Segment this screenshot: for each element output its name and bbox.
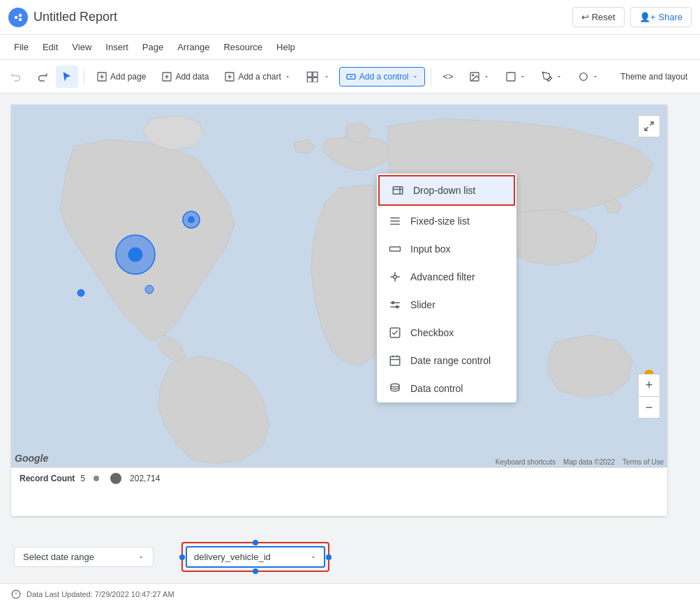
svg-rect-15	[313, 77, 318, 82]
svg-rect-28	[393, 187, 403, 195]
terms-of-use: Terms of Use	[623, 458, 664, 466]
add-control-button[interactable]: Add a control	[339, 67, 425, 86]
svg-point-36	[394, 275, 397, 279]
svg-point-0	[15, 15, 18, 19]
menu-item-checkbox[interactable]: Checkbox	[377, 319, 516, 347]
add-control-dropdown-menu: Drop-down list Fixed-size list Input box…	[377, 174, 516, 402]
zoom-in-button[interactable]: +	[638, 374, 660, 396]
menu-item-dropdown-list[interactable]: Drop-down list	[378, 175, 515, 206]
shape-button[interactable]	[572, 67, 605, 86]
share-label: Share	[658, 12, 683, 22]
svg-point-2	[19, 17, 22, 21]
legend-label: Record Count	[20, 474, 75, 483]
menu-item-data-control[interactable]: Data control	[377, 375, 516, 402]
bubble-pacific	[77, 289, 84, 296]
menu-item-date-range[interactable]: Date range control	[377, 347, 516, 375]
menu-item-slider[interactable]: Slider	[377, 291, 516, 319]
canvas-area: + − Google Keyboard shortcuts Map data ©…	[0, 93, 700, 583]
anchor-top	[253, 540, 258, 545]
svg-line-24	[645, 127, 648, 130]
menu-file[interactable]: File	[8, 39, 34, 55]
status-bar: Data Last Updated: 7/29/2022 10:47:27 AM	[0, 583, 700, 604]
svg-point-19	[472, 74, 473, 75]
anchor-bottom	[253, 568, 258, 574]
separator-1	[84, 68, 84, 85]
code-icon: <>	[443, 71, 454, 82]
zoom-out-button[interactable]: −	[638, 396, 660, 418]
add-component-button[interactable]	[300, 67, 336, 86]
data-control-icon	[388, 382, 402, 395]
menu-arrange[interactable]: Arrange	[172, 39, 215, 55]
expand-button[interactable]	[638, 115, 660, 137]
canvas: + − Google Keyboard shortcuts Map data ©…	[11, 105, 667, 516]
add-data-label: Add data	[175, 72, 209, 82]
menu-page[interactable]: Page	[137, 39, 169, 55]
theme-layout-button[interactable]: Theme and layout	[613, 68, 694, 85]
svg-rect-20	[507, 73, 515, 81]
top-bar: Untitled Report ↩ Reset 👤+ Share	[0, 0, 700, 35]
svg-rect-13	[313, 72, 318, 77]
menu-item-advanced-filter[interactable]: Advanced filter	[377, 263, 516, 291]
menu-resource[interactable]: Resource	[218, 39, 268, 55]
share-button[interactable]: 👤+ Share	[630, 7, 692, 27]
info-icon	[11, 589, 21, 599]
date-range-control[interactable]: Select date range	[14, 547, 154, 567]
svg-point-21	[579, 73, 587, 80]
add-data-button[interactable]: Add data	[155, 67, 215, 86]
google-logo: Google	[15, 453, 48, 464]
add-chart-button[interactable]: Add a chart	[218, 67, 297, 86]
map-attribution: Keyboard shortcuts Map data ©2022 Terms …	[496, 458, 664, 466]
svg-line-23	[650, 122, 653, 126]
dropdown-value: delivery_vehicle_id	[194, 552, 304, 562]
input-box-label: Input box	[410, 243, 451, 255]
anchor-right	[326, 554, 332, 560]
slider-icon	[388, 298, 402, 312]
redo-button[interactable]	[31, 66, 53, 88]
advanced-filter-label: Advanced filter	[410, 271, 475, 282]
menu-view[interactable]: View	[66, 39, 97, 55]
menu-bar: File Edit View Insert Page Arrange Resou…	[0, 35, 700, 60]
dropdown-control-inner[interactable]: delivery_vehicle_id	[186, 546, 325, 568]
dropdown-control-wrapper: delivery_vehicle_id	[181, 542, 329, 572]
keyboard-shortcuts: Keyboard shortcuts	[496, 458, 556, 466]
svg-point-1	[19, 13, 22, 17]
svg-point-39	[392, 302, 394, 304]
legend-large-dot	[107, 470, 124, 487]
menu-item-fixed-size-list[interactable]: Fixed-size list	[377, 207, 516, 235]
advanced-filter-icon	[388, 270, 402, 284]
dropdown-chevron	[310, 554, 317, 561]
date-range-chevron	[137, 554, 144, 561]
controls-row: Select date range delivery_vehicle_id	[0, 542, 700, 572]
map-background: + − Google Keyboard shortcuts Map data ©…	[11, 105, 667, 467]
svg-point-27	[110, 473, 121, 484]
frame-button[interactable]	[499, 67, 533, 86]
cursor-button[interactable]	[56, 66, 78, 88]
svg-rect-12	[307, 72, 312, 77]
undo-button[interactable]	[6, 66, 28, 88]
map-zoom-controls: + −	[638, 374, 660, 418]
add-control-label: Add a control	[359, 72, 409, 82]
bubble-us-west-center	[128, 248, 142, 262]
dropdown-list-icon	[391, 183, 405, 197]
menu-insert[interactable]: Insert	[100, 39, 134, 55]
draw-button[interactable]	[535, 67, 569, 86]
bubble-mexico	[145, 285, 154, 294]
add-page-button[interactable]: Add page	[90, 67, 152, 86]
image-button[interactable]	[463, 67, 496, 86]
status-text: Data Last Updated: 7/29/2022 10:47:27 AM	[27, 590, 174, 598]
legend-value: 202,714	[130, 474, 160, 483]
date-range-value: Select date range	[23, 552, 94, 562]
input-box-icon	[388, 242, 402, 256]
checkbox-label: Checkbox	[410, 327, 454, 338]
legend-bar: Record Count 5 202,714	[11, 467, 667, 488]
menu-item-input-box[interactable]: Input box	[377, 235, 516, 263]
add-chart-label: Add a chart	[238, 72, 281, 82]
menu-edit[interactable]: Edit	[37, 39, 64, 55]
dropdown-list-label: Drop-down list	[413, 185, 475, 196]
code-button[interactable]: <>	[437, 67, 460, 86]
menu-help[interactable]: Help	[271, 39, 301, 55]
svg-point-26	[94, 476, 99, 481]
checkbox-icon	[388, 326, 402, 340]
reset-button[interactable]: ↩ Reset	[572, 7, 625, 27]
svg-rect-34	[390, 247, 401, 251]
